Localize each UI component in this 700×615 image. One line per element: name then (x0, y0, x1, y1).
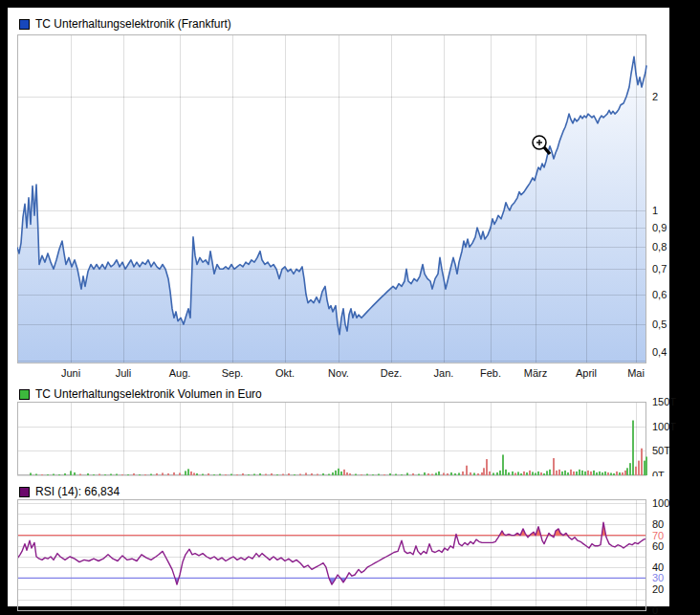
volume-bar (532, 472, 534, 475)
month-label: Okt. (275, 367, 295, 379)
volume-bar (355, 473, 357, 475)
volume-bar (64, 473, 66, 475)
volume-bar (624, 471, 626, 475)
volume-bar (74, 472, 76, 475)
volume-bar (53, 473, 55, 475)
volume-bar (179, 472, 181, 475)
volume-bar (361, 474, 362, 475)
volume-bar (505, 470, 507, 475)
volume-bar (540, 472, 542, 475)
volume-bar (466, 466, 468, 475)
volume-bar (549, 470, 551, 475)
rsi-y-tick-label: 40 (652, 561, 664, 573)
volume-bar (553, 458, 555, 475)
volume-bar (599, 472, 601, 475)
volume-bar (150, 473, 152, 475)
volume-bar (537, 472, 539, 475)
volume-bar (225, 474, 227, 475)
volume-bar (520, 473, 522, 475)
volume-bar (110, 473, 112, 475)
volume-bar (462, 472, 464, 475)
volume-bar (438, 472, 440, 475)
rsi-y-tick-label: 100 (652, 499, 669, 509)
volume-bar (610, 472, 612, 475)
volume-bar (450, 472, 452, 475)
volume-y-tick-label: 100T (652, 421, 676, 432)
volume-bar (317, 473, 318, 475)
rsi-legend: RSI (14): 66,834 (19, 485, 120, 498)
rsi-plot-border (18, 500, 646, 611)
volume-bar (259, 473, 261, 475)
month-label: Sep. (222, 367, 244, 379)
volume-plot[interactable]: 150T100T50T0T (17, 392, 677, 476)
volume-bar (517, 472, 519, 475)
volume-bar (378, 473, 380, 475)
volume-bar (581, 471, 583, 475)
volume-bar (349, 473, 351, 475)
month-label: Dez. (381, 367, 403, 379)
volume-bar (619, 472, 621, 475)
volume-bar (79, 473, 81, 475)
volume-bar (626, 468, 628, 475)
volume-bar (590, 472, 592, 475)
volume-bar (499, 471, 501, 475)
rsi-title: RSI (14): 66,834 (35, 485, 120, 498)
volume-bar (427, 473, 429, 475)
volume-bar (573, 472, 575, 475)
price-y-tick-label: 0,6 (652, 289, 667, 300)
volume-bar (556, 471, 558, 475)
volume-bar (322, 473, 324, 475)
rsi-plot[interactable]: 1008070604030200 (17, 499, 677, 614)
volume-bar (299, 473, 301, 475)
volume-bar (121, 474, 123, 475)
volume-bar (248, 474, 250, 475)
volume-bar (346, 472, 348, 475)
volume-bar (543, 473, 545, 475)
volume-bar (213, 474, 215, 475)
volume-bar (477, 473, 479, 475)
volume-bar (481, 472, 483, 475)
volume-plot-border (18, 403, 646, 475)
volume-bar (340, 472, 342, 475)
volume-bar (35, 473, 37, 475)
volume-bar (208, 473, 209, 475)
volume-bar (645, 456, 647, 475)
price-y-tick-label: 0,7 (652, 263, 667, 275)
volume-bar (58, 474, 60, 475)
volume-bar (383, 474, 385, 475)
volume-bar (638, 461, 640, 475)
volume-bar (133, 473, 135, 475)
volume-bar (529, 471, 531, 475)
volume-bar (144, 474, 146, 475)
volume-bar (607, 472, 609, 475)
volume-bar (162, 472, 164, 475)
volume-bar (343, 470, 345, 475)
volume-bar (644, 461, 645, 475)
volume-bar (454, 473, 456, 475)
volume-bar (523, 472, 525, 475)
volume-bar (570, 470, 572, 475)
volume-bar (593, 471, 595, 475)
volume-bar (567, 472, 569, 475)
rsi-y-tick-label: 0 (652, 604, 658, 614)
volume-bar (616, 472, 618, 475)
volume-bar (185, 471, 186, 475)
volume-bar (412, 473, 414, 475)
volume-bar (431, 473, 433, 475)
volume-bar (338, 469, 339, 475)
volume-bar (288, 473, 290, 475)
volume-bar (187, 469, 189, 475)
volume-bar (496, 472, 498, 475)
volume-bar (305, 472, 307, 475)
price-plot[interactable]: 210,90,80,70,60,50,4JuniJuliAug.Sep.Okt.… (17, 34, 677, 381)
volume-bar (443, 472, 445, 475)
volume-y-tick-label: 0T (652, 470, 665, 476)
volume-bar (561, 472, 563, 475)
volume-bar (492, 472, 494, 475)
chart-screenshot: TC Unterhaltungselektronik (Frankfurt) 2… (0, 0, 700, 615)
volume-bar (635, 467, 637, 475)
price-y-tick-label: 0,9 (652, 222, 667, 233)
volume-bar (104, 474, 106, 475)
rsi-line (17, 522, 646, 584)
volume-bar (558, 470, 560, 475)
